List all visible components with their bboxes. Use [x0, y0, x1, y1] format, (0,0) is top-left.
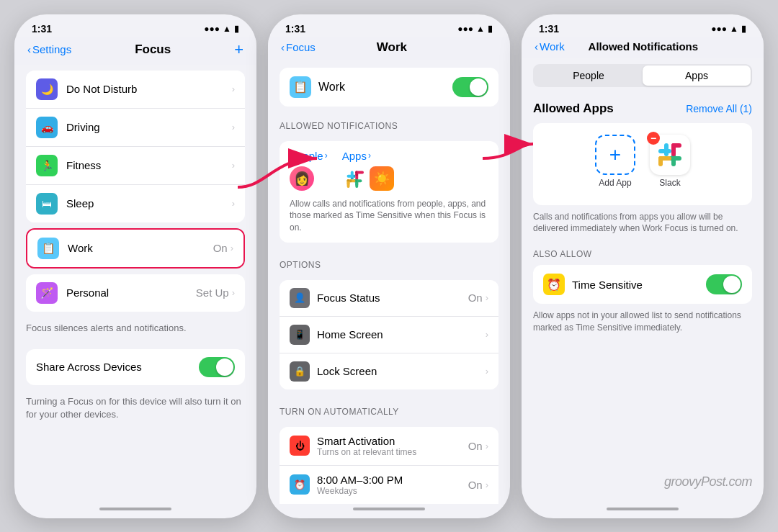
remove-badge[interactable]: −: [647, 132, 660, 145]
battery-icon: ▮: [741, 24, 746, 34]
segment-apps[interactable]: Apps: [643, 66, 751, 86]
smart-activation-label: Smart Activation: [317, 435, 468, 447]
time-sensitive-toggle[interactable]: [706, 274, 742, 294]
options-header: OPTIONS: [268, 248, 510, 274]
focus-status-item[interactable]: 👤 Focus Status On ›: [280, 280, 498, 317]
people-avatars: 👩: [290, 166, 314, 191]
add-app-label: Add App: [599, 178, 631, 188]
work-icon: 📋: [37, 238, 59, 259]
add-focus-button[interactable]: +: [234, 40, 243, 59]
home-indicator-2: [268, 504, 510, 518]
slack-item[interactable]: −: [650, 135, 690, 188]
share-label: Share Across Devices: [36, 361, 199, 373]
do-not-disturb-icon: 🌙: [36, 78, 58, 100]
nav-title-1: Focus: [135, 42, 171, 57]
panel-work-focus: 1:31 ●●● ▲ ▮ ‹ Focus Work 📋 Work: [268, 14, 510, 518]
battery-icon: ▮: [488, 24, 493, 34]
schedule-label: 8:00 AM–3:00 PM: [317, 474, 468, 486]
app-grid: + Add App −: [533, 123, 752, 205]
slack-label: Slack: [659, 178, 680, 188]
svg-rect-7: [355, 179, 357, 182]
segment-control: People Apps: [533, 64, 752, 87]
remove-all-button[interactable]: Remove All (1): [686, 103, 752, 114]
app-icons-row: ☀️: [342, 166, 394, 191]
fitness-icon: 🏃: [36, 155, 58, 176]
work-status: On: [213, 242, 228, 254]
share-devices-item[interactable]: Share Across Devices: [26, 349, 245, 385]
focus-status-label: Focus Status: [317, 292, 468, 304]
do-not-disturb-item[interactable]: 🌙 Do Not Disturb ›: [26, 71, 245, 109]
segment-people[interactable]: People: [535, 66, 643, 86]
people-label[interactable]: People ›: [290, 150, 328, 162]
slack-app-icon: [342, 166, 367, 191]
svg-rect-2: [351, 177, 354, 179]
svg-rect-16: [355, 171, 357, 173]
personal-label: Personal: [66, 287, 196, 299]
sleep-icon: 🛏: [36, 193, 58, 215]
status-icons-3: ●●● ▲ ▮: [711, 24, 746, 34]
slack-icon-wrap: −: [650, 135, 690, 175]
personal-icon: 🪄: [36, 282, 58, 304]
schedule-sub: Weekdays: [317, 486, 468, 496]
back-settings[interactable]: ‹ Settings: [27, 43, 71, 55]
allowed-desc: Calls and notifications from apps you al…: [522, 208, 764, 243]
driving-icon: 🚗: [36, 117, 58, 138]
work-toggle-row: 📋 Work: [280, 68, 498, 107]
home-indicator-1: [14, 504, 256, 518]
work-focus-icon: 📋: [290, 76, 311, 98]
home-screen-item[interactable]: 📱 Home Screen ›: [280, 317, 498, 353]
chevron-icon: ›: [231, 243, 233, 253]
fitness-label: Fitness: [66, 159, 232, 171]
chevron-left-icon: ‹: [535, 40, 538, 53]
allowed-notif-header: ALLOWED NOTIFICATIONS: [268, 109, 510, 135]
schedule-value: On: [468, 479, 483, 491]
ts-description: Allow apps not in your allowed list to s…: [522, 307, 764, 341]
add-app-item[interactable]: + Add App: [595, 135, 635, 188]
time-sensitive-row: ⏰ Time Sensitive: [533, 265, 752, 304]
work-list-item[interactable]: 📋 Work On ›: [27, 230, 243, 267]
svg-rect-12: [346, 179, 349, 181]
driving-item[interactable]: 🚗 Driving ›: [26, 109, 245, 147]
back-work[interactable]: ‹ Work: [535, 40, 565, 53]
sleep-label: Sleep: [66, 197, 232, 209]
smart-activation-text: Smart Activation Turns on at relevant ti…: [317, 435, 468, 457]
focus-status-icon: 👤: [290, 288, 310, 308]
smart-activation-sub: Turns on at relevant times: [317, 447, 468, 457]
personal-item[interactable]: 🪄 Personal Set Up ›: [26, 274, 245, 312]
chevron-right-icon: ›: [325, 150, 328, 161]
work-label: Work: [68, 242, 213, 254]
apps-label[interactable]: Apps ›: [342, 150, 371, 162]
svg-rect-17: [355, 173, 358, 176]
home-indicator-3: [522, 504, 764, 518]
lock-screen-item[interactable]: 🔒 Lock Screen ›: [280, 353, 498, 389]
back-focus[interactable]: ‹ Focus: [281, 41, 316, 53]
time-sensitive-icon: ⏰: [543, 274, 565, 295]
lock-screen-icon: 🔒: [290, 361, 310, 382]
work-focus-toggle[interactable]: [452, 77, 488, 97]
status-time-2: 1:31: [285, 23, 305, 35]
fitness-item[interactable]: 🏃 Fitness ›: [26, 147, 245, 185]
status-bar-1: 1:31 ●●● ▲ ▮: [14, 14, 256, 37]
notif-row: People › 👩 Apps ›: [290, 150, 488, 191]
wifi-icon: ▲: [730, 24, 738, 34]
smart-activation-value: On: [468, 440, 483, 452]
chevron-icon: ›: [232, 84, 235, 94]
work-item-highlighted[interactable]: 📋 Work On ›: [26, 228, 245, 269]
status-icons-1: ●●● ▲ ▮: [204, 24, 239, 34]
share-toggle[interactable]: [199, 357, 235, 377]
allowed-notif-content: People Apps Allowed Apps Remove All (1) …: [522, 58, 764, 504]
smart-activation-icon: ⏻: [290, 436, 310, 456]
chevron-icon: ›: [232, 160, 235, 171]
signal-icon: ●●●: [457, 24, 473, 34]
svg-rect-19: [658, 149, 671, 153]
smart-activation-item[interactable]: ⏻ Smart Activation Turns on at relevant …: [280, 427, 498, 466]
sleep-item[interactable]: 🛏 Sleep ›: [26, 185, 245, 222]
signal-icon: ●●●: [711, 24, 727, 34]
status-time-3: 1:31: [539, 23, 559, 35]
schedule-item[interactable]: ⏰ 8:00 AM–3:00 PM Weekdays On ›: [280, 466, 498, 504]
turn-on-header: TURN ON AUTOMATICALLY: [268, 395, 510, 421]
watermark: groovyPost.com: [664, 474, 752, 490]
nav-title-3: Allowed Notifications: [589, 40, 699, 53]
chevron-icon: ›: [486, 366, 488, 377]
allowed-apps-header: Allowed Apps Remove All (1): [522, 93, 764, 120]
